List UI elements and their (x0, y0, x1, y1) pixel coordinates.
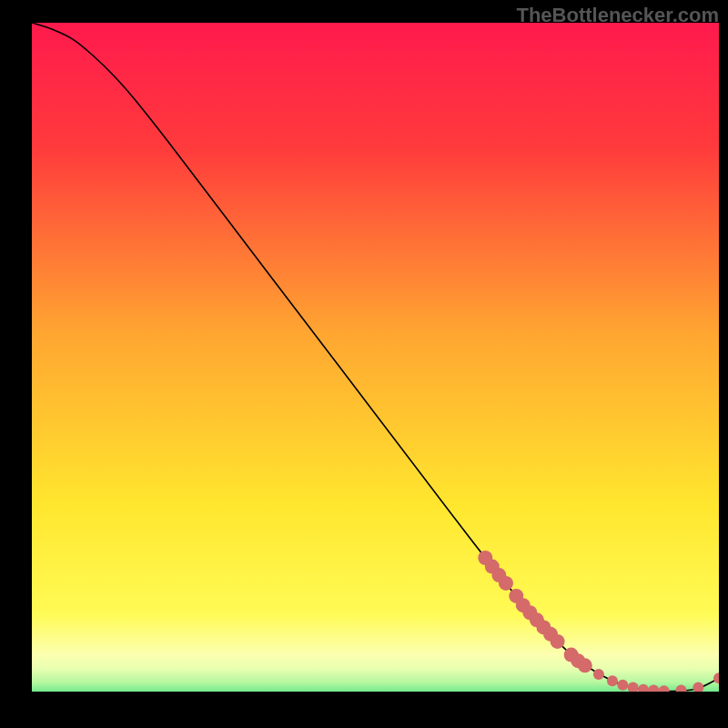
curve-layer (32, 23, 719, 692)
marker-point (578, 658, 592, 672)
marker-point (607, 675, 618, 686)
watermark-text: TheBottlenecker.com (516, 4, 719, 27)
marker-point (675, 685, 686, 692)
highlighted-points-group (478, 551, 719, 692)
marker-point (713, 672, 719, 683)
chart-container (32, 23, 719, 692)
marker-point (551, 634, 565, 649)
marker-point (617, 680, 628, 691)
marker-point (638, 684, 649, 692)
plot-area (32, 23, 719, 692)
marker-point (659, 685, 670, 692)
marker-point (648, 685, 659, 692)
marker-point (693, 682, 703, 692)
marker-point (499, 576, 513, 591)
marker-point (628, 682, 639, 692)
bottleneck-curve (32, 23, 719, 692)
marker-point (593, 669, 604, 680)
